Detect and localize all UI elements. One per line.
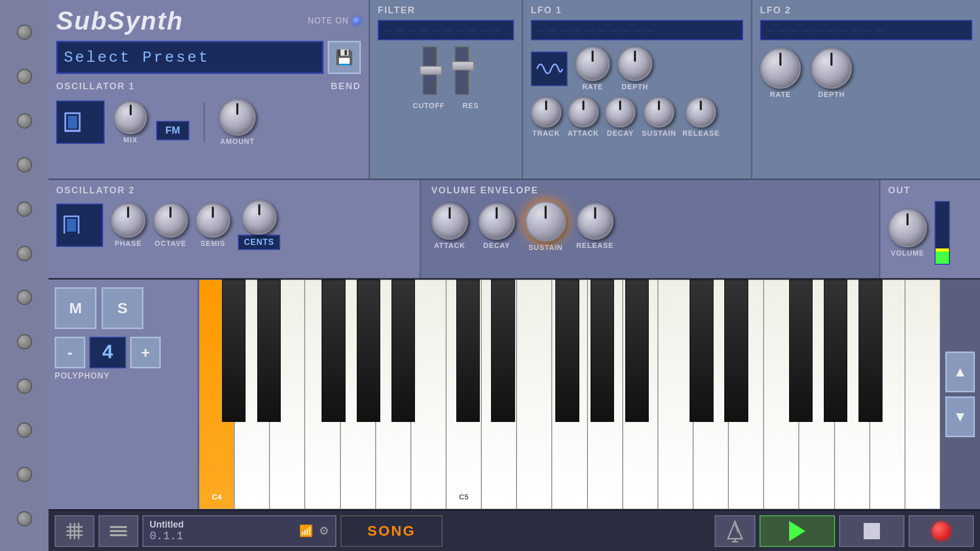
preset-input[interactable] [56,41,324,74]
kb-arrow-down[interactable]: ▼ [945,396,975,437]
screw [17,290,32,305]
lfo1-depth-knob[interactable] [618,46,652,81]
filter-sustain-group: SUSTAIN [642,97,676,137]
cutoff-slider-group [423,46,437,95]
res-slider[interactable] [455,46,469,95]
stop-button[interactable] [839,515,904,547]
lfo1-wave-button[interactable] [531,52,568,86]
osc1-controls: MIX FM AMOUNT [56,99,361,145]
piano-key-Fs6[interactable] [789,280,813,422]
preset-save-button[interactable]: 💾 [328,41,361,74]
osc1-header: OSCILLATOR 1 BEND [56,79,361,94]
piano-key-Gs4[interactable] [357,280,380,422]
cutoff-slider[interactable] [423,46,437,95]
filter-attack-knob[interactable] [568,97,599,128]
vol-sustain-group: SUSTAIN [525,201,566,252]
semis-knob[interactable] [195,203,230,238]
vol-env-label: VOLUME ENVELOPE [431,183,538,197]
filter-track-knob[interactable] [531,97,561,128]
menu-button[interactable] [99,515,138,547]
vol-attack-knob[interactable] [431,203,468,240]
res-slider-handle[interactable] [452,61,474,70]
osc1-panel: SubSynth NOTE ON 💾 OSCILLATOR 1 BEND [48,0,370,179]
piano-key-As6[interactable] [859,280,882,422]
piano-key-As5[interactable] [625,280,649,422]
filter-sustain-knob[interactable] [644,97,674,128]
piano-key-Cs4[interactable] [222,280,246,422]
record-button[interactable] [909,515,974,547]
cents-knob[interactable] [242,200,277,235]
fm-button[interactable]: FM [156,121,189,140]
metronome-icon [726,519,744,543]
piano-key-As4[interactable] [391,280,415,422]
filter-env-row: TRACK ATTACK DECAY SUSTAIN [531,97,743,137]
mono-button[interactable]: M [55,287,96,329]
note-on-label: NOTE ON [308,16,349,26]
vol-release-label: RELEASE [576,241,614,249]
piano-key-Fs4[interactable] [322,280,345,422]
svg-rect-1 [68,116,77,129]
osc2-controls: PHASE OCTAVE SEMIS CENTS [56,200,412,250]
screw [17,113,32,129]
piano-key-Ds4[interactable] [257,280,281,422]
lfo1-rate-knob[interactable] [575,46,610,81]
piano-key-Ds6[interactable] [724,280,748,422]
preset-row[interactable]: 💾 [56,41,361,74]
mix-knob[interactable] [114,101,147,134]
res-slider-group [455,46,469,95]
piano-key-Gs6[interactable] [824,280,847,422]
settings-icon: ⚙ [319,524,329,538]
step-button[interactable]: S [102,287,143,329]
vol-release-knob[interactable] [577,203,614,240]
osc2-wave-display[interactable] [56,204,103,247]
song-mode-button[interactable]: SONG [340,515,443,547]
stop-icon [864,523,880,539]
vol-sustain-knob[interactable] [525,201,566,242]
mix-label: MIX [124,136,138,144]
vol-env-panel: VOLUME ENVELOPE ATTACK DECAY [421,180,880,278]
fm-group: FM [156,105,189,140]
volume-knob[interactable] [888,209,927,247]
lfo2-controls: RATE DEPTH [760,48,972,98]
lfo2-rate-knob[interactable] [760,48,801,89]
piano-key-B6[interactable] [905,280,940,509]
filter-sustain-label: SUSTAIN [642,129,676,137]
piano-key-B5[interactable] [658,280,693,509]
piano-key-B4[interactable] [411,280,446,509]
cutoff-slider-handle[interactable] [420,66,442,75]
keyboard-section: M S - 4 + POLYPHONY C4 [48,278,980,509]
vol-decay-knob[interactable] [478,203,515,240]
vol-decay-group: DECAY [478,203,515,249]
play-button[interactable] [760,515,835,547]
lfo2-rate-label: RATE [770,90,791,98]
lfo1-display: — — — — — — — — — — [531,20,743,40]
piano-key-Cs5[interactable] [456,280,480,422]
polyphony-label: POLYPHONY [55,371,191,381]
filter-release-knob[interactable] [685,97,716,128]
filter-decay-knob[interactable] [605,97,635,128]
keyboard-controls: M S - 4 + POLYPHONY [48,280,199,509]
osc1-wave-display[interactable] [56,101,105,144]
grid-button[interactable] [55,515,94,547]
metronome-button[interactable] [715,515,755,547]
poly-minus-button[interactable]: - [55,337,85,368]
osc2-label: OSCILLATOR 2 [56,183,135,197]
piano-key-Fs5[interactable] [555,280,579,422]
poly-plus-button[interactable]: + [130,337,161,368]
piano-key-Ds5[interactable] [491,280,514,422]
piano-area: C4 C5 [199,280,940,509]
amount-knob[interactable] [219,99,256,136]
amount-knob-group: AMOUNT [219,99,256,145]
octave-knob[interactable] [153,203,188,238]
lfo2-depth-knob[interactable] [811,48,852,89]
out-panel: OUT VOLUME [880,180,980,278]
piano-key-E5[interactable] [517,280,552,509]
kb-arrow-up[interactable]: ▲ [945,352,975,392]
piano-key-Gs5[interactable] [591,280,614,422]
screw [17,157,32,172]
piano-key-Cs6[interactable] [690,280,713,422]
phase-knob[interactable] [111,203,145,238]
screw [17,511,32,527]
lfo2-display-dots: — — — — — — — — — — [766,26,885,34]
lfo1-label: LFO 1 [531,3,562,17]
